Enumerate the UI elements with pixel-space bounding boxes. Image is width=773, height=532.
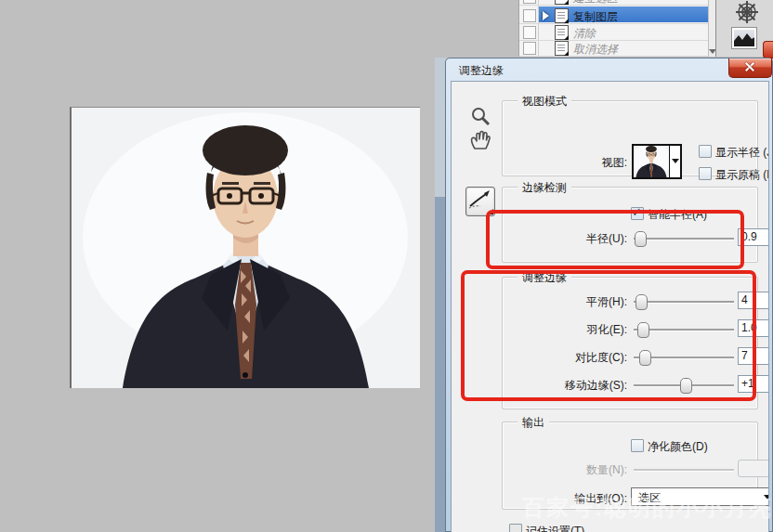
refine-edge-dialog: 调整边缘 视图模式 bbox=[445, 58, 773, 532]
action-row-clear[interactable]: 清除 bbox=[519, 24, 708, 41]
shift-edge-slider-thumb[interactable] bbox=[680, 378, 692, 394]
view-thumbnail bbox=[634, 146, 670, 177]
decontaminate-colors-label: 净化颜色(D) bbox=[648, 439, 708, 455]
feather-label: 羽化(E): bbox=[521, 322, 627, 338]
actions-panel: 建立选区 复制图层 清除 取消选择 bbox=[518, 0, 716, 57]
contrast-value-input[interactable]: 7 bbox=[738, 347, 769, 365]
group-title: 视图模式 bbox=[518, 94, 571, 110]
dialog-title: 调整边缘 bbox=[459, 63, 504, 79]
group-edge-detection: 边缘检测 ✓ 智能半径(A) 半径(U): 0.9 像素 bbox=[502, 187, 758, 263]
output-to-label: 输出到(O): bbox=[521, 491, 627, 507]
action-checkbox[interactable] bbox=[523, 0, 536, 4]
shift-edge-slider-track[interactable] bbox=[634, 384, 734, 387]
dialog-content: 视图模式 视图: 显示半径 (J) 显示原稿 (P) 边缘检测 bbox=[451, 81, 769, 532]
action-row-deselect[interactable]: 取消选择 bbox=[519, 40, 708, 57]
action-step-icon bbox=[555, 8, 569, 23]
amount-value-input bbox=[738, 460, 769, 477]
portrait-photo bbox=[70, 107, 420, 388]
action-row-label[interactable]: 取消选择 bbox=[573, 42, 618, 57]
smooth-slider-track[interactable] bbox=[634, 301, 734, 304]
group-view-mode: 视图模式 视图: 显示半径 (J) 显示原稿 (P) bbox=[502, 100, 758, 176]
feather-slider-thumb[interactable] bbox=[637, 322, 649, 338]
action-row-duplicate-layer[interactable]: 复制图层 bbox=[519, 6, 708, 24]
zoom-tool-icon[interactable] bbox=[470, 106, 491, 126]
feather-value-input[interactable]: 1.0 bbox=[738, 319, 769, 337]
amount-slider-track bbox=[634, 469, 734, 472]
show-original-label: 显示原稿 (P) bbox=[715, 167, 769, 183]
group-adjust-edge: 调整边缘 平滑(H): 4 羽化(E): 1.0 像素 bbox=[502, 277, 758, 409]
action-checkbox[interactable] bbox=[523, 9, 536, 22]
amount-label: 数量(N): bbox=[521, 462, 627, 478]
action-row-label[interactable]: 复制图层 bbox=[573, 9, 618, 25]
expand-triangle-icon[interactable] bbox=[543, 11, 549, 20]
output-to-value: 选区 bbox=[638, 490, 661, 506]
show-radius-label: 显示半径 (J) bbox=[715, 145, 769, 161]
decontaminate-colors-checkbox[interactable] bbox=[631, 439, 644, 452]
action-step-icon bbox=[555, 0, 569, 5]
smooth-value-input[interactable]: 4 bbox=[738, 292, 769, 309]
smart-radius-checkbox[interactable]: ✓ bbox=[631, 207, 644, 220]
contrast-slider-track[interactable] bbox=[634, 357, 734, 359]
radius-slider-track[interactable] bbox=[634, 238, 734, 240]
background-window-close-button[interactable] bbox=[763, 41, 773, 58]
action-checkbox[interactable] bbox=[523, 26, 536, 39]
feather-slider-track[interactable] bbox=[634, 329, 734, 331]
feather-slider-row: 羽化(E): 1.0 像素 bbox=[503, 319, 757, 338]
contrast-slider-row: 对比度(C): 7 % bbox=[503, 347, 757, 366]
smooth-slider-thumb[interactable] bbox=[635, 294, 648, 310]
chevron-down-icon bbox=[764, 495, 769, 500]
smart-radius-label: 智能半径(A) bbox=[648, 207, 707, 223]
shift-edge-slider-row: 移动边缘(S): +1 % bbox=[503, 375, 757, 394]
contrast-slider-thumb[interactable] bbox=[639, 350, 651, 366]
radius-value-input[interactable]: 0.9 bbox=[738, 228, 769, 246]
group-output: 输出 净化颜色(D) 数量(N): % 输出到(O): 选区 bbox=[502, 422, 758, 510]
group-title: 输出 bbox=[518, 415, 549, 431]
group-title: 调整边缘 bbox=[518, 270, 571, 286]
refine-radius-brush-button[interactable] bbox=[465, 187, 495, 216]
chevron-down-icon bbox=[672, 159, 679, 163]
group-title: 边缘检测 bbox=[518, 180, 571, 196]
view-label: 视图: bbox=[553, 155, 627, 171]
portrait-image bbox=[72, 108, 420, 388]
close-button[interactable] bbox=[728, 58, 772, 78]
action-step-icon bbox=[555, 25, 569, 40]
view-dropdown-arrow-zone[interactable] bbox=[670, 146, 680, 177]
shift-edge-value-input[interactable]: +1 bbox=[738, 375, 769, 393]
flyout-corner-icon bbox=[488, 209, 493, 214]
show-original-checkbox[interactable] bbox=[699, 167, 712, 180]
checkmark-icon: ✓ bbox=[632, 205, 642, 219]
action-step-icon bbox=[555, 41, 569, 56]
panel-icon-dock bbox=[715, 0, 773, 57]
remember-settings-label: 记住设置(T) bbox=[526, 524, 584, 532]
close-icon bbox=[745, 62, 754, 71]
contrast-label: 对比度(C): bbox=[521, 350, 627, 366]
wheel-icon[interactable] bbox=[735, 0, 759, 24]
view-mode-dropdown[interactable] bbox=[632, 144, 682, 179]
radius-label: 半径(U): bbox=[521, 231, 627, 247]
smooth-slider-row: 平滑(H): 4 bbox=[503, 292, 757, 310]
smooth-label: 平滑(H): bbox=[521, 294, 627, 310]
remember-settings-checkbox[interactable] bbox=[509, 524, 522, 532]
screen: 建立选区 复制图层 清除 取消选择 bbox=[0, 0, 773, 532]
amount-slider-row: 数量(N): % bbox=[503, 460, 757, 478]
radius-slider-row: 半径(U): 0.9 像素 bbox=[503, 228, 757, 247]
output-to-dropdown[interactable]: 选区 bbox=[631, 487, 769, 506]
radius-slider-thumb[interactable] bbox=[635, 231, 647, 247]
action-checkbox[interactable] bbox=[523, 42, 536, 55]
shift-edge-label: 移动边缘(S): bbox=[521, 378, 627, 394]
action-row-clipped[interactable]: 建立选区 bbox=[519, 0, 708, 6]
action-row-label[interactable]: 建立选区 bbox=[573, 0, 618, 6]
histogram-panel-icon[interactable] bbox=[731, 27, 757, 49]
show-radius-checkbox[interactable] bbox=[699, 145, 712, 158]
hand-tool-icon[interactable] bbox=[469, 130, 491, 150]
